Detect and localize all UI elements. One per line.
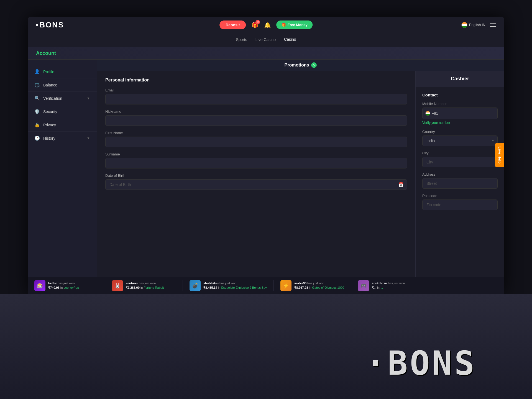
hamburger-menu[interactable] [490,23,496,27]
mobile-label: Mobile Number [422,102,498,106]
account-title: Account [36,50,56,56]
nav-sports[interactable]: Sports [236,37,247,43]
free-money-button[interactable]: 🎁 Free Money [277,21,313,29]
ticker-text-3: shutzhitsu has just won ₹8,455.14 in Esq… [203,281,267,290]
email-label: Email [105,88,407,92]
promotions-title: Promotions [285,63,309,68]
address-input[interactable] [422,178,498,189]
watermark: ·BONS [365,344,477,382]
nickname-group: Nickname [105,109,407,126]
gift-button[interactable]: 🎁 9 [252,22,259,28]
mobile-group: Mobile Number +91 Verify your number [422,102,498,125]
language-selector[interactable]: English IN [461,22,485,28]
calendar-icon: 📅 [398,182,404,187]
bell-button[interactable]: 🔔 [264,22,271,28]
mobile-flag: +91 [423,108,441,119]
hamburger-line-3 [490,26,496,27]
nickname-label: Nickname [105,109,407,114]
logo-text: BONS [39,21,64,29]
gift-badge: 9 [256,20,260,24]
india-flag-icon [461,22,467,28]
country-group: Country India [422,130,498,146]
verification-icon: 🔍 [34,96,40,101]
ticker-item-5: 🎮 shutzhitsu has just won ₹... in ... [351,280,429,291]
firstname-input[interactable] [105,137,407,147]
dob-group: Date of Birth 📅 [105,173,407,190]
content-area: Promotions 5 Personal information Email … [97,60,504,294]
dob-label: Date of Birth [105,173,407,178]
dob-input-wrapper: 📅 [105,179,407,190]
deposit-button[interactable]: Deposit [219,21,246,29]
cashier-body: Contact Mobile Number +91 [416,87,504,221]
city-input[interactable] [422,157,498,167]
game-thumb-4: ⚡ [280,280,291,291]
nickname-input[interactable] [105,115,407,126]
hamburger-line-1 [490,23,496,24]
postcode-label: Postcode [422,194,498,198]
ticker-item-2: 🐰 venturer has just won ₹7,286.00 in For… [105,280,183,291]
verify-number-link[interactable]: Verify your number [422,121,498,125]
hamburger-line-2 [490,25,496,25]
ticker-bar: 🎰 bettor has just won ₹740.96 in LooneyP… [28,277,504,294]
country-select[interactable]: India [422,135,498,146]
account-underline [28,59,78,59]
sidebar-label-profile: Profile [43,70,54,74]
ticker-item-3: 💣 shutzhitsu has just won ₹8,455.14 in E… [183,280,274,291]
mobile-flag-icon [425,111,430,116]
logo-dot [36,24,38,26]
city-group: City [422,151,498,167]
promotions-banner: Promotions 5 [97,60,504,71]
promotions-badge: 5 [311,62,317,68]
mobile-input-wrapper: +91 [422,108,498,119]
nav-casino[interactable]: Casino [284,37,296,43]
nav-live-casino[interactable]: Live Casino [255,37,276,43]
sidebar-item-verification[interactable]: 🔍 Verification ▼ [28,92,97,105]
surname-input[interactable] [105,158,407,168]
verification-chevron-icon: ▼ [87,96,90,100]
sidebar-item-security[interactable]: 🛡️ Security [28,105,97,118]
dob-input[interactable] [105,179,407,190]
profile-section: Personal information Email Nickname Firs… [97,71,416,294]
logo: BONS [36,21,64,29]
firstname-label: First Name [105,131,407,135]
game-thumb-5: 🎮 [358,280,369,291]
sidebar-label-balance: Balance [43,83,57,87]
history-chevron-icon: ▼ [87,136,90,140]
sidebar-label-verification: Verification [43,96,62,101]
ticker-item-4: ⚡ vaxler90 has just won ₹8,767.98 in Gat… [274,280,351,291]
city-label: City [422,151,498,155]
sidebar-item-history[interactable]: 🕐 History ▼ [28,132,97,145]
ticker-item-1: 🎰 bettor has just won ₹740.96 in LooneyP… [28,280,105,291]
nav-center: Deposit 🎁 9 🔔 🎁 Free Money [219,21,313,29]
postcode-input[interactable] [422,200,498,210]
sidebar-item-profile[interactable]: 👤 Profile [28,65,97,78]
history-icon: 🕐 [34,135,40,141]
surname-group: Surname [105,152,407,168]
ticker-text-1: bettor has just won ₹740.96 in LooneyPop [48,281,79,290]
lang-label: English IN [469,23,485,27]
screen-area: BONS Deposit 🎁 9 🔔 🎁 Free Money Eng [28,17,504,294]
sidebar-label-privacy: Privacy [43,123,56,127]
sidebar-label-history: History [43,136,55,140]
nav-right: English IN [461,22,496,28]
live-help-tab[interactable]: Live Help [495,143,504,167]
mobile-code: +91 [432,111,438,116]
security-icon: 🛡️ [34,109,40,114]
game-thumb-1: 🎰 [34,280,45,291]
sidebar-label-security: Security [43,109,57,114]
profile-icon: 👤 [34,69,40,74]
firstname-group: First Name [105,131,407,147]
email-input[interactable] [105,94,407,104]
ticker-text-5: shutzhitsu has just won ₹... in ... [372,281,405,290]
free-money-label: Free Money [288,23,308,27]
content-columns: Personal information Email Nickname Firs… [97,71,504,294]
live-help-container: Live Help [495,143,504,167]
cashier-header: Cashier [416,71,504,87]
country-select-wrapper: India [422,135,498,146]
sidebar-item-balance[interactable]: ⚖️ Balance [28,78,97,92]
sub-nav: Sports Live Casino Casino [28,33,504,47]
email-group: Email [105,88,407,104]
main-layout: 👤 Profile ⚖️ Balance 🔍 Verification ▼ 🛡️… [28,60,504,294]
sidebar-item-privacy[interactable]: 🔒 Privacy [28,118,97,132]
mobile-number-input[interactable] [441,108,497,118]
